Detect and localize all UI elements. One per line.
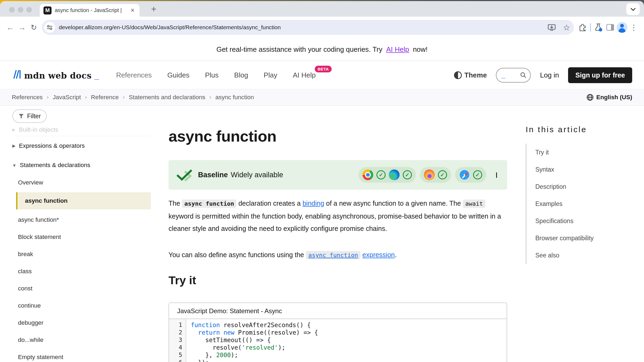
toc-list: Try it Syntax Description Examples Speci… [526, 144, 633, 264]
breadcrumb-bar: References › JavaScript › Reference › St… [0, 89, 644, 106]
sidebar-item-continue[interactable]: continue [12, 297, 151, 314]
crumb-javascript[interactable]: JavaScript [53, 94, 81, 101]
edge-icon [389, 169, 400, 180]
ai-help-promo-link[interactable]: AI Help [384, 45, 411, 54]
signup-button[interactable]: Sign up for free [568, 67, 632, 83]
baseline-expand-button[interactable] [496, 172, 497, 177]
forward-button[interactable]: → [16, 21, 28, 33]
tab-strip-menu-button[interactable] [626, 3, 640, 15]
toc-item-see-also[interactable]: See also [535, 247, 633, 264]
sidebar-item-async-function-active[interactable]: async function [12, 190, 151, 211]
toc-item-syntax[interactable]: Syntax [535, 161, 633, 178]
install-app-icon [547, 23, 556, 31]
safari-support-pill: ✓ [455, 167, 486, 183]
tab-strip: M async function - JavaScript | ✕ + [0, 1, 644, 17]
line-number: 3 [169, 336, 186, 344]
caret-down-icon: ▼ [12, 163, 16, 168]
code-lines: function resolveAfter2Seconds() { return… [186, 319, 318, 362]
sidebar-item-async-function-star[interactable]: async function* [12, 211, 151, 228]
crumb-references[interactable]: References [12, 94, 43, 101]
nav-plus[interactable]: Plus [205, 71, 219, 79]
maximize-window-button[interactable] [26, 7, 32, 13]
back-button[interactable]: ← [4, 21, 16, 33]
code-line: }, 2000); [191, 351, 318, 359]
crumb-statements[interactable]: Statements and declarations [129, 94, 205, 101]
install-app-button[interactable] [547, 23, 556, 31]
promo-text-after: now! [411, 45, 427, 54]
text: keyword is permitted within the function… [169, 212, 501, 232]
intro-paragraph: The async function declaration creates a… [169, 197, 501, 235]
sidebar-active-highlight: async function [16, 192, 151, 209]
extensions-puzzle-icon[interactable] [577, 21, 588, 33]
experiments-flask-icon[interactable] [592, 21, 604, 33]
sidebar-filter-button[interactable]: Filter [12, 109, 47, 123]
nav-play[interactable]: Play [264, 71, 277, 79]
line-number: 2 [169, 329, 186, 336]
sidebar-item-do-while[interactable]: do...while [12, 331, 151, 349]
sidebar-item-overview[interactable]: Overview [12, 175, 151, 190]
reload-button[interactable]: ↻ [28, 21, 40, 33]
sidebar-group-label: Statements & declarations [20, 162, 90, 169]
new-tab-button[interactable]: + [148, 3, 159, 14]
address-bar[interactable]: developer.allizom.org/en-US/docs/Web/Jav… [42, 20, 574, 35]
bookmark-star-icon[interactable]: ☆ [563, 23, 570, 32]
toc-item-try-it[interactable]: Try it [535, 144, 633, 161]
browser-tab[interactable]: M async function - JavaScript | ✕ [40, 4, 140, 17]
crumb-reference[interactable]: Reference [91, 94, 119, 101]
search-input[interactable]: _ [496, 68, 531, 83]
expression-link[interactable]: expression [362, 251, 395, 258]
profile-avatar[interactable] [616, 21, 628, 33]
theme-switcher[interactable]: Theme [454, 71, 487, 79]
toc-item-description[interactable]: Description [535, 178, 633, 195]
nav-references[interactable]: References [116, 71, 152, 79]
url-text[interactable]: developer.allizom.org/en-US/docs/Web/Jav… [59, 24, 540, 31]
toc-item-examples[interactable]: Examples [535, 195, 633, 212]
async-function-expression-code-link[interactable]: async function [306, 251, 360, 259]
nav-blog[interactable]: Blog [234, 71, 248, 79]
sidebar-item-empty-statement[interactable]: Empty statement [12, 349, 151, 362]
mdn-header: mdn web docs _ References Guides Plus Bl… [0, 61, 644, 89]
sidebar-nav-list: ▶ Built-in objects ▶ Expressions & opera… [12, 123, 151, 362]
baseline-browser-support: ✓ ✓ ✓ ✓ [358, 167, 499, 183]
globe-icon [587, 94, 594, 101]
main-nav: References Guides Plus Blog Play AI Help… [116, 71, 316, 79]
nav-ai-help[interactable]: AI Help BETA [293, 71, 316, 79]
theme-icon [454, 71, 462, 79]
chrome-icon [363, 169, 373, 180]
mdn-logo[interactable]: mdn web docs _ [12, 69, 99, 81]
header-right: Theme _ Log in Sign up for free [454, 67, 632, 83]
sidebar-group-statements[interactable]: ▼ Statements & declarations [12, 156, 151, 175]
nav-guides[interactable]: Guides [167, 71, 189, 79]
sidebar-item-block-statement[interactable]: Block statement [12, 228, 151, 246]
sidebar-group-expressions[interactable]: ▶ Expressions & operators [12, 136, 151, 156]
caret-right-icon: ▶ [12, 127, 16, 132]
site-info-button[interactable] [44, 22, 55, 33]
browser-menu-button[interactable]: ⋮ [628, 21, 640, 33]
search-icon [520, 72, 526, 78]
demo-code-editor[interactable]: 1 2 3 4 5 6 function resolveAfter2Second… [169, 319, 507, 362]
side-panel-icon[interactable] [604, 21, 616, 33]
tab-close-icon[interactable]: ✕ [129, 7, 136, 14]
baseline-badge-label: Baseline [198, 171, 228, 179]
sidebar-group-built-in-objects[interactable]: ▶ Built-in objects [12, 123, 151, 136]
caret-right-icon: ▶ [12, 143, 16, 148]
sidebar-item-class[interactable]: class [12, 263, 151, 280]
async-function-code-chip: async function [182, 200, 236, 208]
minimize-window-button[interactable] [18, 7, 23, 13]
sidebar-item-debugger[interactable]: debugger [12, 314, 151, 331]
toc-item-specifications[interactable]: Specifications [535, 212, 633, 230]
sidebar-item-const[interactable]: const [12, 280, 151, 297]
toc-item-browser-compatibility[interactable]: Browser compatibility [535, 230, 633, 247]
puzzle-icon [579, 23, 587, 31]
sidebar-item-break[interactable]: break [12, 246, 151, 263]
panel-icon [606, 24, 614, 31]
firefox-support-pill: ✓ [420, 167, 451, 183]
mdn-m-icon [12, 69, 21, 79]
browser-toolbar: ← → ↻ developer.allizom.org/en-US/docs/W… [0, 17, 644, 38]
firefox-icon [424, 169, 435, 180]
line-numbers-gutter: 1 2 3 4 5 6 [169, 319, 186, 362]
close-window-button[interactable] [9, 7, 15, 13]
language-switcher[interactable]: English (US) [587, 94, 632, 101]
binding-link[interactable]: binding [302, 200, 324, 207]
login-link[interactable]: Log in [540, 71, 559, 79]
